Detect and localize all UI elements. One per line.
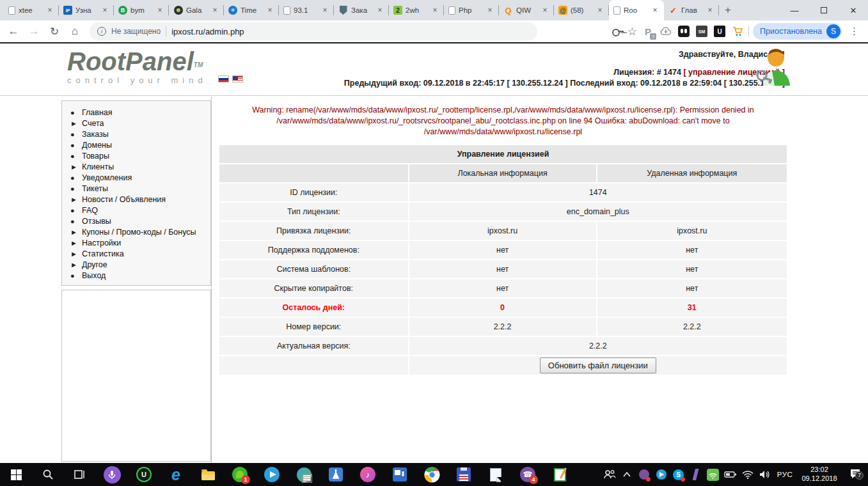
edge-icon[interactable]: e <box>160 463 192 486</box>
notification-center-icon[interactable]: 7 <box>842 463 868 486</box>
browser-tab[interactable]: Gala <box>169 0 224 20</box>
browser-tab[interactable]: 2wh <box>389 0 444 20</box>
extension-ublock-icon[interactable]: U <box>713 24 727 38</box>
volume-icon[interactable] <box>756 463 773 486</box>
row-local-value: нет <box>409 260 596 278</box>
sidebar-item-domeny[interactable]: ●Домены <box>70 139 210 150</box>
tab-close-icon[interactable] <box>100 6 109 15</box>
tab-close-icon[interactable] <box>210 6 219 15</box>
browser-tab[interactable]: Time <box>224 0 279 20</box>
taskbar-clock[interactable]: 23:02 09.12.2018 <box>796 466 842 483</box>
chrome-icon[interactable] <box>416 463 448 486</box>
people-icon[interactable] <box>601 463 618 486</box>
window-minimize-button[interactable]: — <box>780 0 809 20</box>
notepad-icon[interactable] <box>480 463 512 486</box>
browser-tab-active[interactable]: Roo <box>609 0 664 20</box>
address-bar[interactable]: i Не защищено ipxost.ru/admin.php <box>90 22 537 40</box>
tab-close-icon[interactable] <box>596 6 604 15</box>
arrow-icon: ► <box>70 261 78 269</box>
sidebar-item-novosti[interactable]: ►Новости / Объявления <box>70 194 210 205</box>
icq-icon[interactable]: 1 <box>224 463 256 486</box>
sidebar-item-statistika[interactable]: ►Статистика <box>70 248 210 259</box>
task-view-icon[interactable] <box>64 463 96 486</box>
browser-tab[interactable]: bym <box>114 0 169 20</box>
extension-sm-icon[interactable]: SM <box>695 24 709 38</box>
iobit-icon[interactable]: U <box>128 463 160 486</box>
flask-app-icon[interactable] <box>320 463 352 486</box>
telegram-icon[interactable] <box>256 463 288 486</box>
sidebar-item-scheta[interactable]: ►Счета <box>70 118 210 129</box>
language-indicator[interactable]: РУС <box>773 463 796 486</box>
tray-chevron-icon[interactable] <box>618 463 635 486</box>
extension-p-icon[interactable]: P? <box>641 24 655 38</box>
browser-tab[interactable]: xtee <box>4 0 59 20</box>
browser-tab[interactable]: 93.1 <box>279 0 334 20</box>
tab-close-icon[interactable] <box>375 6 384 15</box>
sidebar-item-nastroyki[interactable]: ►Настройки <box>70 237 210 248</box>
tab-close-icon[interactable] <box>485 6 494 15</box>
tab-close-icon[interactable] <box>706 6 714 15</box>
sidebar-item-drugoe[interactable]: ►Другое <box>70 259 210 270</box>
presentation-app-icon[interactable] <box>384 463 416 486</box>
tab-close-icon[interactable] <box>155 6 164 15</box>
itunes-icon[interactable]: ♪ <box>352 463 384 486</box>
sidebar-item-label: Тикеты <box>82 184 108 193</box>
sidebar-item-vyhod[interactable]: ●Выход <box>70 270 210 281</box>
tab-close-icon[interactable] <box>541 6 549 15</box>
forward-button[interactable]: → <box>26 23 42 40</box>
browser-tab[interactable]: Глав <box>664 0 719 20</box>
tab-close-icon[interactable] <box>45 6 54 15</box>
extension-adblock-icon[interactable] <box>677 24 691 38</box>
tab-close-icon[interactable] <box>320 6 329 15</box>
sidebar-item-uvedomleniya[interactable]: ●Уведомления <box>70 172 210 183</box>
sidebar-item-zakazy[interactable]: ●Заказы <box>70 129 210 139</box>
tab-close-icon[interactable] <box>430 6 439 15</box>
extension-cart-icon[interactable] <box>730 24 745 38</box>
sidebar-item-kupony[interactable]: ►Купоны / Промо-коды / Бонусы <box>70 226 210 237</box>
update-license-button[interactable]: Обновить файл лицензии <box>540 357 656 373</box>
battery-icon[interactable] <box>722 463 739 486</box>
sidebar-item-tovary[interactable]: ●Товары <box>70 150 210 161</box>
site-info-icon[interactable]: i <box>97 27 106 36</box>
bookmark-star-icon[interactable]: ☆ <box>627 25 637 38</box>
search-icon[interactable] <box>32 463 64 486</box>
file-explorer-icon[interactable] <box>192 463 224 486</box>
cortana-mic-icon[interactable] <box>96 463 128 486</box>
planner-globe-icon[interactable] <box>288 463 320 486</box>
network-app-tray-icon[interactable] <box>704 463 722 486</box>
window-close-button[interactable]: ✕ <box>839 0 868 20</box>
wifi-icon[interactable] <box>739 463 756 486</box>
browser-tab[interactable]: Узна <box>59 0 114 20</box>
sidebar-item-glavnaya[interactable]: ●Главная <box>70 107 210 118</box>
sidebar-item-faq[interactable]: ●FAQ <box>70 205 210 216</box>
tab-close-icon[interactable] <box>265 6 274 15</box>
new-tab-button[interactable]: + <box>719 1 737 19</box>
skype-tray-icon[interactable]: S <box>670 463 687 486</box>
extension-download-icon[interactable] <box>659 24 673 38</box>
php-warning-text: Warning: rename(/var/www/mds/data/www/ip… <box>218 105 788 137</box>
start-button[interactable] <box>0 463 32 486</box>
us-flag-icon[interactable] <box>232 75 243 82</box>
floppy-app-icon[interactable] <box>448 463 480 486</box>
notes-app-icon[interactable] <box>544 463 576 486</box>
reload-button[interactable]: ↻ <box>46 23 63 40</box>
browser-tab[interactable]: Зака <box>334 0 389 20</box>
back-button[interactable]: ← <box>5 23 22 40</box>
sidebar-item-tikety[interactable]: ●Тикеты <box>70 183 210 194</box>
home-button[interactable]: ⌂ <box>67 23 83 40</box>
tab-close-icon[interactable] <box>651 6 659 15</box>
viber-tray-icon[interactable] <box>635 463 652 486</box>
viber-icon[interactable]: ☎4 <box>512 463 544 486</box>
sidebar-item-klienty[interactable]: ►Клиенты <box>70 161 210 172</box>
password-key-icon[interactable] <box>612 28 624 35</box>
window-maximize-button[interactable] <box>809 0 839 20</box>
browser-tab[interactable]: (58) <box>554 0 609 20</box>
browser-menu-icon[interactable]: ⋮ <box>846 26 863 37</box>
telegram-tray-icon[interactable] <box>652 463 670 486</box>
feather-tray-icon[interactable] <box>687 463 704 486</box>
sidebar-item-otzyvy[interactable]: ●Отзывы <box>70 216 210 226</box>
browser-tab[interactable]: QIW <box>499 0 554 20</box>
russian-flag-icon[interactable] <box>218 75 229 82</box>
profile-sync-paused[interactable]: Приостановлена S <box>753 23 842 40</box>
browser-tab[interactable]: Php <box>444 0 499 20</box>
